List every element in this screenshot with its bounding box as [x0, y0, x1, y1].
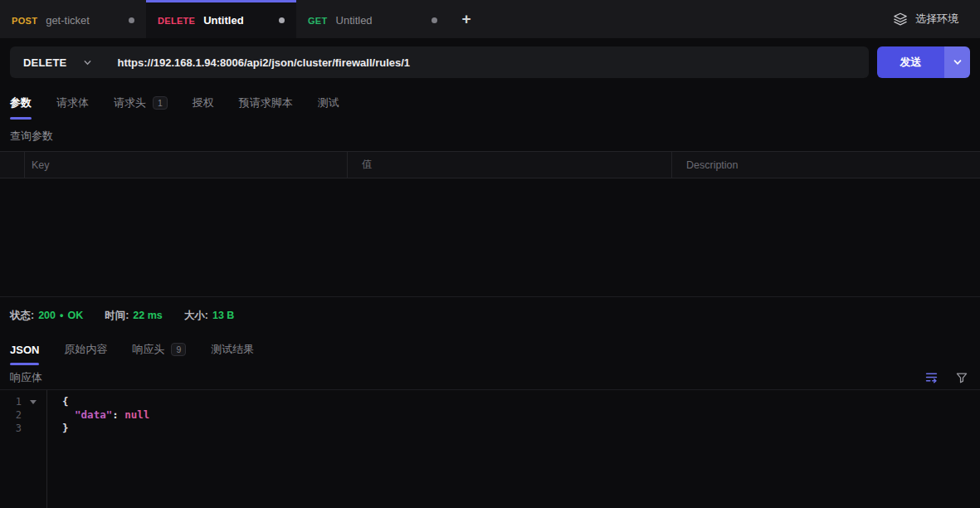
response-body-viewer[interactable]: 1 2 3 { "data": null }: [0, 390, 980, 508]
new-tab-button[interactable]: +: [449, 0, 484, 38]
send-button[interactable]: 发送: [877, 46, 944, 78]
tab-body-label: 请求体: [56, 95, 89, 110]
response-body-title: 响应体: [10, 370, 42, 385]
method-dropdown[interactable]: DELETE: [10, 56, 105, 69]
gutter-line: 3: [0, 422, 46, 435]
tab-authorization[interactable]: 授权: [193, 86, 214, 120]
response-body-actions: [924, 370, 968, 384]
status-label: 状态:: [10, 309, 34, 323]
unsaved-dot-icon: [431, 17, 437, 23]
tab-json-label: JSON: [10, 344, 39, 356]
params-table-header: Key 值 Description: [0, 151, 980, 178]
request-tab-untitled-active[interactable]: DELETE Untitled: [146, 0, 296, 38]
chevron-down-icon: [953, 57, 963, 67]
wrap-text-icon[interactable]: [924, 370, 939, 384]
json-code: { "data": null }: [47, 390, 149, 508]
method-label-post: POST: [12, 16, 37, 26]
tab-bar: POST get-ticket DELETE Untitled GET Unti…: [0, 0, 980, 38]
tab-tests[interactable]: 测试: [318, 86, 339, 120]
line-number: 1: [0, 396, 22, 408]
tab-request-headers[interactable]: 请求头 1: [114, 86, 168, 120]
unsaved-dot-icon: [279, 17, 285, 23]
status-code: 200: [38, 310, 56, 321]
tab-headers-label: 请求头: [114, 95, 146, 110]
environment-selector[interactable]: 选择环境: [893, 0, 980, 38]
headers-count-badge: 1: [153, 96, 168, 110]
size-value: 13 B: [212, 310, 234, 321]
time-label: 时间:: [105, 309, 129, 323]
url-input[interactable]: https://192.168.1.94:8006/api2/json/clus…: [117, 56, 410, 69]
code-gutter: 1 2 3: [0, 390, 47, 508]
time-value: 22 ms: [133, 310, 162, 321]
size-group: 大小: 13 B: [184, 309, 235, 323]
size-label: 大小:: [184, 309, 208, 323]
tab-params[interactable]: 参数: [10, 86, 32, 120]
tab-title: get-ticket: [46, 14, 90, 27]
tab-title: Untitled: [336, 14, 373, 27]
tab-tests-label: 测试: [318, 95, 339, 110]
tab-response-headers-label: 响应头: [132, 342, 164, 357]
chevron-down-icon: [83, 58, 92, 67]
tab-raw-content[interactable]: 原始内容: [64, 334, 107, 365]
response-body-header: 响应体: [0, 365, 980, 390]
indent: [62, 408, 75, 421]
open-brace: {: [62, 395, 69, 408]
params-description-header: Description: [672, 152, 980, 178]
unsaved-dot-icon: [129, 17, 134, 23]
fold-caret-icon: [30, 400, 37, 404]
json-key-token: "data": [75, 408, 112, 421]
tab-params-label: 参数: [10, 95, 32, 110]
method-label-delete: DELETE: [158, 16, 195, 26]
line-number: 2: [0, 409, 22, 421]
params-checkbox-column: [0, 152, 25, 178]
tab-raw-label: 原始内容: [64, 342, 107, 357]
gutter-line: 1: [0, 395, 46, 408]
tab-response-headers[interactable]: 响应头 9: [132, 334, 186, 365]
environment-label: 选择环境: [915, 12, 958, 27]
status-dot: •: [60, 310, 63, 321]
send-button-group: 发送: [877, 46, 970, 78]
gutter-line: 2: [0, 408, 46, 422]
tab-test-results[interactable]: 测试结果: [211, 334, 254, 365]
tab-json[interactable]: JSON: [10, 334, 39, 365]
request-url-row: DELETE https://192.168.1.94:8006/api2/js…: [0, 38, 980, 86]
line-number: 3: [0, 423, 22, 434]
method-value: DELETE: [23, 56, 66, 69]
request-tab-get-ticket[interactable]: POST get-ticket: [0, 0, 146, 38]
url-bar: DELETE https://192.168.1.94:8006/api2/js…: [10, 46, 869, 78]
tab-test-results-label: 测试结果: [211, 342, 254, 357]
status-group: 状态: 200 • OK: [10, 309, 83, 323]
request-tabs: 参数 请求体 请求头 1 授权 预请求脚本 测试: [0, 86, 980, 120]
tab-title: Untitled: [203, 14, 243, 27]
tab-pre-request-script[interactable]: 预请求脚本: [239, 86, 293, 120]
params-value-header: 值: [348, 152, 672, 178]
request-tab-untitled[interactable]: GET Untitled: [296, 0, 449, 38]
code-line-1: {: [62, 395, 69, 408]
close-brace: }: [62, 422, 69, 434]
code-line-2: "data": null: [62, 408, 149, 421]
status-text: OK: [67, 310, 83, 321]
response-status-bar: 状态: 200 • OK 时间: 22 ms 大小: 13 B: [0, 296, 980, 334]
response-tabs: JSON 原始内容 响应头 9 测试结果: [0, 334, 980, 365]
params-empty-area: [0, 178, 980, 296]
query-params-title: 查询参数: [0, 120, 980, 151]
tab-request-body[interactable]: 请求体: [56, 86, 89, 120]
tab-auth-label: 授权: [193, 95, 214, 110]
fold-toggle[interactable]: [22, 400, 45, 404]
layers-icon: [893, 12, 908, 27]
tab-pre-script-label: 预请求脚本: [239, 95, 293, 110]
response-headers-count-badge: 9: [171, 343, 186, 357]
params-key-header: Key: [25, 152, 348, 178]
method-label-get: GET: [308, 16, 328, 26]
time-group: 时间: 22 ms: [105, 309, 163, 323]
send-options-button[interactable]: [944, 46, 970, 78]
json-null-token: null: [124, 408, 149, 421]
code-line-3: }: [62, 422, 69, 434]
filter-icon[interactable]: [955, 371, 968, 384]
colon-token: :: [112, 408, 124, 421]
